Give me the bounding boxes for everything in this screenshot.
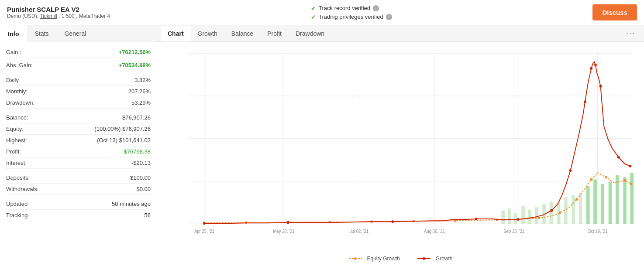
header-verification: ✔ Track record verified i ✔ Trading priv…: [311, 5, 392, 20]
updated-value: 58 minutes ago: [112, 201, 151, 207]
svg-point-59: [475, 218, 478, 220]
svg-point-68: [629, 165, 632, 167]
highest-value: (Oct 13) $101,641.03: [97, 137, 151, 143]
header-left: Punisher SCALP EA V2 Demo (USD), Tickmil…: [7, 6, 110, 19]
check-icon-1: ✔: [311, 5, 316, 12]
interest-value: -$20.13: [131, 160, 151, 166]
svg-point-49: [538, 217, 541, 219]
svg-text:Jul 02, '21: Jul 02, '21: [350, 229, 369, 233]
svg-rect-37: [609, 182, 612, 224]
right-panel: Chart Growth Balance Profit Drawdown ···…: [157, 25, 644, 268]
chart-tab-drawdown[interactable]: Drawdown: [289, 26, 331, 41]
deposits-value: $100.00: [130, 174, 151, 181]
trading-privileges-verified: ✔ Trading privileges verified i: [311, 14, 392, 20]
trading-privileges-label: Trading privileges verified: [319, 14, 383, 20]
svg-rect-25: [521, 206, 525, 224]
svg-text:Oct 19, '21: Oct 19, '21: [588, 229, 608, 233]
dots-menu[interactable]: ···: [621, 25, 641, 41]
svg-point-51: [575, 198, 578, 201]
highest-label: Highest:: [6, 137, 27, 143]
drawdown-value: 53.29%: [131, 99, 151, 106]
svg-text:Aug 06, '21: Aug 06, '21: [424, 229, 445, 233]
svg-text:Apr 25, '21: Apr 25, '21: [194, 229, 214, 233]
drawdown-label: Drawdown:: [6, 99, 34, 106]
chart-svg: 0% 30K% 60K% 90K% 120K%: [183, 46, 635, 242]
profit-value: $76798.38: [124, 148, 151, 155]
broker-link[interactable]: Tickmill: [40, 13, 57, 19]
track-record-verified: ✔ Track record verified i: [311, 5, 392, 12]
tab-info[interactable]: Info: [0, 25, 27, 42]
profit-row: Profit: $76798.38: [6, 146, 151, 157]
chart-tab-chart[interactable]: Chart: [161, 26, 191, 41]
withdrawals-value: $0.00: [136, 186, 151, 192]
svg-rect-26: [528, 210, 531, 224]
svg-point-50: [559, 212, 561, 214]
profit-label: Profit:: [6, 148, 21, 155]
gain-label: Gain :: [6, 49, 21, 55]
svg-point-66: [599, 85, 602, 88]
gain-value: +76212.56%: [119, 49, 151, 55]
svg-point-61: [550, 209, 553, 212]
svg-point-70: [354, 257, 356, 260]
abs-gain-row: Abs. Gain: +70534.88%: [6, 60, 151, 71]
highest-row: Highest: (Oct 13) $101,641.03: [6, 135, 151, 146]
svg-point-67: [617, 156, 620, 158]
updated-label: Updated: [6, 201, 28, 207]
info-icon-2[interactable]: i: [386, 14, 392, 20]
svg-point-57: [287, 221, 289, 224]
drawdown-row: Drawdown: 53.29%: [6, 97, 151, 109]
svg-text:Sep 13, '21: Sep 13, '21: [503, 229, 525, 233]
updated-row: Updated 58 minutes ago: [6, 198, 151, 210]
balance-label: Balance:: [6, 114, 28, 121]
tracking-row: Tracking 56: [6, 210, 151, 221]
withdrawals-label: Withdrawals:: [6, 186, 38, 192]
monthly-value: 207.26%: [128, 88, 151, 95]
svg-rect-34: [586, 186, 590, 224]
chart-legend: Equity Growth Growth: [348, 256, 452, 262]
info-icon-1[interactable]: i: [373, 5, 379, 11]
svg-point-42: [245, 221, 248, 224]
check-icon-2: ✔: [311, 14, 316, 20]
svg-rect-27: [535, 207, 538, 224]
strategy-title: Punisher SCALP EA V2: [7, 6, 110, 13]
withdrawals-row: Withdrawals: $0.00: [6, 184, 151, 195]
svg-rect-23: [508, 208, 511, 224]
svg-rect-40: [630, 173, 634, 224]
svg-point-58: [391, 220, 394, 223]
strategy-subtitle: Demo (USD), Tickmill , 1:500 , MetaTrade…: [7, 13, 110, 19]
equity-row: Equity: (100.00%) $76,907.26: [6, 123, 151, 135]
svg-rect-22: [501, 211, 505, 224]
svg-rect-32: [572, 195, 575, 224]
equity-growth-line-icon: [348, 256, 364, 261]
svg-point-56: [203, 222, 206, 225]
header: Punisher SCALP EA V2 Demo (USD), Tickmil…: [0, 0, 644, 25]
interest-label: Interest: [6, 160, 25, 166]
interest-row: Interest -$20.13: [6, 157, 151, 169]
chart-tab-balance[interactable]: Balance: [224, 26, 261, 41]
main-container: Info Stats General Gain : +76212.56% Abs…: [0, 25, 644, 268]
svg-point-63: [584, 100, 586, 103]
tracking-label: Tracking: [6, 212, 28, 218]
svg-point-60: [517, 218, 520, 221]
balance-value: $76,907.26: [122, 114, 151, 121]
daily-row: Daily 3.82%: [6, 75, 151, 86]
monthly-label: Monthly:: [6, 88, 28, 95]
svg-point-64: [590, 67, 593, 70]
gain-row: Gain : +76212.56%: [6, 47, 151, 58]
chart-tab-growth[interactable]: Growth: [191, 26, 224, 41]
tab-stats[interactable]: Stats: [27, 25, 57, 42]
discuss-button[interactable]: Discuss: [592, 4, 637, 20]
legend-equity-growth: Equity Growth: [348, 256, 399, 262]
equity-value: (100.00%) $76,907.26: [94, 126, 151, 132]
monthly-row: Monthly: 207.26%: [6, 86, 151, 97]
track-record-label: Track record verified: [319, 5, 370, 11]
growth-line-icon: [417, 256, 433, 261]
svg-point-72: [423, 257, 425, 260]
balance-row: Balance: $76,907.26: [6, 112, 151, 123]
tab-general[interactable]: General: [57, 25, 94, 42]
tracking-value: 56: [145, 212, 151, 218]
svg-rect-39: [623, 177, 627, 224]
chart-tab-profit[interactable]: Profit: [260, 26, 289, 41]
left-panel: Info Stats General Gain : +76212.56% Abs…: [0, 25, 157, 268]
svg-rect-35: [593, 179, 597, 224]
